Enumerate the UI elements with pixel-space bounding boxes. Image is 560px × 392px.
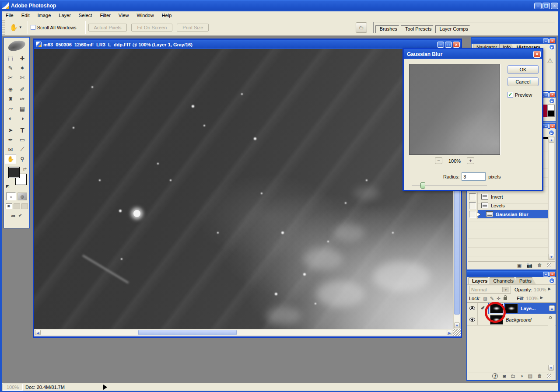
quick-mask-mode-icon[interactable]: ◍: [18, 192, 27, 200]
dialog-titlebar[interactable]: Gaussian Blur ×: [404, 49, 542, 59]
doc-horizontal-scrollbar[interactable]: ◀ ▶: [34, 329, 453, 336]
history-brush-tool[interactable]: ✑: [17, 94, 28, 104]
radius-slider-thumb[interactable]: [420, 182, 425, 189]
doc-close-button[interactable]: ×: [453, 42, 460, 48]
palette-minimize-button[interactable]: –: [543, 124, 549, 129]
layer-style-icon[interactable]: f: [492, 373, 498, 379]
default-colors-icon[interactable]: ◩: [6, 184, 10, 189]
scroll-all-windows-checkbox[interactable]: [31, 25, 35, 30]
histogram-palette-titlebar[interactable]: – ×: [472, 38, 556, 44]
scroll-down-arrow[interactable]: ▼: [549, 254, 554, 259]
fullscreen-menubar-mode-icon[interactable]: [14, 203, 20, 209]
layers-palette-titlebar[interactable]: – ×: [467, 271, 556, 277]
menu-help[interactable]: Help: [158, 12, 176, 19]
menu-filter[interactable]: Filter: [96, 12, 114, 19]
tab-channels[interactable]: Channels: [490, 277, 518, 284]
new-snapshot-icon[interactable]: 📷: [526, 262, 532, 268]
history-source-checkbox[interactable]: [468, 192, 478, 201]
foreground-color-swatch[interactable]: [8, 167, 20, 178]
scroll-up-arrow[interactable]: ▲: [549, 137, 554, 143]
opacity-value[interactable]: 100%: [534, 287, 546, 292]
scroll-down-arrow[interactable]: ▼: [548, 365, 554, 371]
history-item-levels[interactable]: Levels: [468, 201, 548, 210]
menu-image[interactable]: Image: [34, 12, 55, 19]
histogram-warning-icon[interactable]: ⚠: [547, 57, 553, 65]
rectangle-tool[interactable]: ▭: [17, 135, 28, 144]
blur-tool[interactable]: ◐: [5, 113, 16, 123]
preview-zoom-in-button[interactable]: +: [467, 158, 474, 164]
actual-pixels-button[interactable]: Actual Pixels: [88, 24, 127, 32]
version-cue-icon[interactable]: ✔: [18, 213, 22, 219]
restore-button[interactable]: ❐: [542, 3, 550, 9]
crop-tool[interactable]: ✂: [5, 73, 16, 82]
palette-close-button[interactable]: ×: [550, 38, 555, 43]
swap-colors-icon[interactable]: ⇄: [23, 167, 27, 172]
lasso-tool[interactable]: ✎: [5, 63, 16, 73]
well-tab-tool-presets[interactable]: Tool Presets: [401, 25, 438, 33]
rectangular-marquee-tool[interactable]: ⬚: [5, 53, 16, 63]
scroll-left-arrow[interactable]: ◀: [35, 330, 41, 335]
tool-preset-chevron-icon[interactable]: ▼: [19, 25, 22, 29]
palette-resize-grip[interactable]: [547, 374, 551, 378]
menu-edit[interactable]: Edit: [18, 12, 34, 19]
document-titlebar[interactable]: m63_050306_12i60mF_LR3_L_ddp.FIT @ 100% …: [34, 40, 461, 49]
scroll-right-arrow[interactable]: ▶: [447, 330, 452, 335]
menu-file[interactable]: File: [2, 12, 18, 19]
blur-preview-image[interactable]: [409, 64, 500, 155]
dropdown-arrow-icon[interactable]: ▼: [502, 287, 509, 292]
photoshop-feather-logo[interactable]: [4, 38, 29, 53]
close-button[interactable]: ×: [551, 3, 558, 9]
app-titlebar[interactable]: Adobe Photoshop – ❐ ×: [0, 0, 560, 11]
preview-zoom-out-button[interactable]: −: [435, 158, 442, 164]
palette-close-button[interactable]: ×: [550, 124, 555, 129]
path-selection-tool[interactable]: ➤: [5, 125, 16, 135]
healing-brush-tool[interactable]: ⊕: [5, 84, 16, 94]
eyedropper-tool[interactable]: ⟋: [17, 144, 28, 154]
doc-minimize-button[interactable]: –: [437, 42, 444, 48]
palette-close-button[interactable]: ×: [550, 92, 555, 97]
layers-scroll-area[interactable]: ▼: [548, 318, 555, 371]
white-swatch[interactable]: [547, 105, 555, 111]
zoom-tool[interactable]: ⚲: [17, 154, 28, 164]
history-source-checkbox[interactable]: [468, 210, 478, 219]
preview-checkbox[interactable]: ✓: [508, 92, 513, 98]
layer1-mask-thumbnail[interactable]: [505, 304, 518, 313]
cancel-button[interactable]: Cancel: [508, 77, 539, 86]
palette-minimize-button[interactable]: –: [543, 272, 549, 276]
add-layer-mask-icon[interactable]: ◙: [503, 373, 506, 378]
move-tool[interactable]: ✚: [17, 53, 28, 63]
palette-flyout-arrow-icon[interactable]: ▶: [549, 44, 555, 50]
menu-window[interactable]: Window: [133, 12, 158, 19]
layer1-name[interactable]: Laye...: [521, 306, 536, 311]
print-size-button[interactable]: Print Size: [177, 24, 209, 32]
brush-tool[interactable]: ✐: [17, 84, 28, 94]
delete-state-icon[interactable]: 🗑: [537, 262, 542, 268]
palette-close-button[interactable]: ×: [550, 272, 555, 276]
doc-maximize-button[interactable]: □: [445, 42, 452, 48]
well-tab-brushes[interactable]: Brushes: [375, 25, 403, 33]
tab-layers[interactable]: Layers: [469, 277, 492, 284]
minimize-button[interactable]: –: [534, 3, 542, 9]
visibility-toggle[interactable]: [467, 314, 478, 326]
standard-screen-mode-icon[interactable]: ▣: [6, 203, 12, 209]
tab-paths[interactable]: Paths: [516, 277, 536, 284]
fill-value[interactable]: 100%: [526, 296, 538, 301]
history-state-pointer-icon[interactable]: [477, 212, 483, 217]
window-border-right[interactable]: [558, 0, 560, 392]
history-item-gaussian-blur[interactable]: Gaussian Blur: [468, 210, 548, 219]
scroll-up-arrow[interactable]: ▲: [549, 305, 555, 311]
dialog-close-button[interactable]: ×: [533, 51, 541, 58]
delete-layer-icon[interactable]: 🗑: [537, 373, 542, 378]
layer-row-layer1[interactable]: ✐ Laye... ▲: [467, 303, 556, 314]
fit-on-screen-button[interactable]: Fit On Screen: [131, 24, 172, 32]
fullscreen-mode-icon[interactable]: [21, 203, 28, 209]
new-group-icon[interactable]: 🗀: [511, 373, 515, 378]
well-tab-layer-comps[interactable]: Layer Comps: [435, 25, 474, 33]
layer-row-background[interactable]: Background: [467, 314, 556, 326]
fill-arrow-icon[interactable]: ▶: [540, 295, 545, 301]
palette-resize-grip[interactable]: [547, 263, 551, 267]
menu-view[interactable]: View: [115, 12, 133, 19]
standard-mode-icon[interactable]: ○: [6, 192, 16, 200]
gradient-tool[interactable]: ▤: [17, 104, 28, 113]
status-menu-arrow-icon[interactable]: [103, 385, 110, 390]
